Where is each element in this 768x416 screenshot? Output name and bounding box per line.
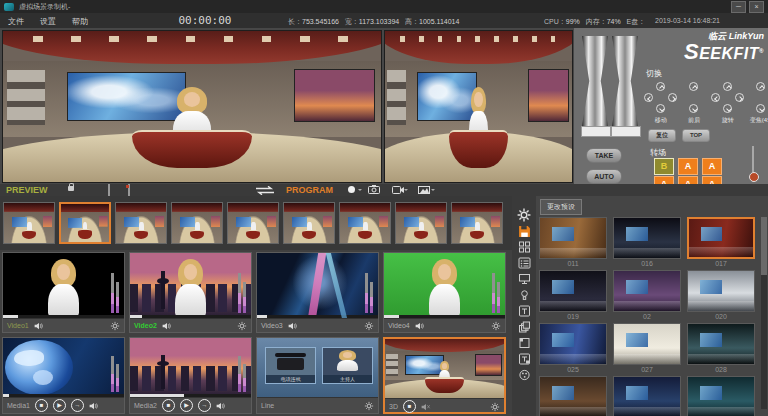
preset-item[interactable]: 027: [613, 323, 681, 374]
scene-thumb[interactable]: [283, 202, 335, 244]
next-button[interactable]: →: [71, 399, 84, 412]
media1-tile[interactable]: Media1 ■ ▶ →: [2, 337, 125, 414]
preset-item[interactable]: [613, 376, 681, 416]
speaker-icon[interactable]: [34, 322, 44, 330]
arrow-down-button[interactable]: [656, 104, 665, 113]
arrow-right-button[interactable]: [735, 93, 744, 102]
chevron-down-icon[interactable]: [431, 189, 435, 193]
speaker-icon[interactable]: [162, 322, 172, 330]
preset-item[interactable]: 019: [539, 270, 607, 321]
reset-button[interactable]: 复位: [648, 129, 676, 142]
preset-item[interactable]: [687, 376, 755, 416]
preset-item[interactable]: 020: [687, 270, 755, 321]
camera-icon[interactable]: [368, 185, 380, 194]
light-icon[interactable]: [516, 288, 533, 302]
scene-thumb[interactable]: [3, 202, 55, 244]
gear-icon[interactable]: [364, 321, 374, 331]
transition-tile[interactable]: B: [654, 158, 674, 175]
arrow-down-button[interactable]: [723, 104, 732, 113]
preset-item[interactable]: 011: [539, 217, 607, 268]
arrow-up-button[interactable]: [689, 82, 698, 91]
layers-icon[interactable]: [516, 320, 533, 334]
stop-button[interactable]: ■: [403, 400, 416, 413]
lock-icon[interactable]: [68, 186, 74, 191]
close-button[interactable]: ×: [749, 1, 764, 13]
scene-thumb-selected[interactable]: [59, 202, 111, 244]
arrow-up-button[interactable]: [756, 82, 765, 91]
media2-tile[interactable]: Media2 ■ ▶ →: [129, 337, 252, 414]
take-button[interactable]: TAKE: [586, 148, 622, 163]
change-preset-tab[interactable]: 更改预设: [540, 199, 582, 215]
gear-icon[interactable]: [491, 321, 501, 331]
next-button[interactable]: →: [198, 399, 211, 412]
chevron-down-icon[interactable]: [404, 189, 408, 193]
swap-icon[interactable]: [254, 186, 276, 195]
transition-speed-slider[interactable]: [752, 146, 754, 182]
playlist-icon[interactable]: [516, 256, 533, 270]
preset-item-selected[interactable]: 017: [687, 217, 755, 268]
video3-tile[interactable]: Video3: [256, 252, 379, 333]
play-button[interactable]: ▶: [180, 399, 193, 412]
arrow-down-button[interactable]: [756, 104, 765, 113]
menu-help[interactable]: 帮助: [72, 16, 88, 27]
speaker-icon[interactable]: [288, 322, 298, 330]
arrow-down-button[interactable]: [689, 104, 698, 113]
top-view-button[interactable]: TOP: [682, 129, 710, 142]
text-title-icon[interactable]: [516, 304, 533, 318]
scene-thumb[interactable]: [171, 202, 223, 244]
scene-thumb[interactable]: [395, 202, 447, 244]
image-export-icon[interactable]: [418, 186, 430, 194]
frame-icon[interactable]: [516, 336, 533, 350]
arrow-left-button[interactable]: [711, 93, 720, 102]
stop-button[interactable]: ■: [162, 399, 175, 412]
gear-icon[interactable]: [364, 401, 374, 411]
speaker-icon[interactable]: [89, 402, 99, 410]
threed-scene-tile[interactable]: 3D ■: [383, 337, 506, 414]
auto-button[interactable]: AUTO: [586, 169, 622, 184]
menu-file[interactable]: 文件: [8, 16, 24, 27]
gear-icon[interactable]: [110, 321, 120, 331]
chevron-down-icon[interactable]: [358, 189, 362, 193]
scene-thumb[interactable]: [227, 202, 279, 244]
arrow-left-button[interactable]: [644, 93, 653, 102]
video1-tile[interactable]: Video1: [2, 252, 125, 333]
preset-item[interactable]: 016: [613, 217, 681, 268]
grid-layout-icon[interactable]: [516, 240, 533, 254]
scene-thumb[interactable]: [115, 202, 167, 244]
subtitle-icon[interactable]: [516, 352, 533, 366]
arrow-right-button[interactable]: [668, 93, 677, 102]
sources-area: Video1 Video2: [0, 196, 768, 416]
minimize-button[interactable]: ─: [731, 1, 746, 13]
gallery-scrollbar[interactable]: [761, 217, 767, 409]
preset-item[interactable]: 028: [687, 323, 755, 374]
video4-tile[interactable]: Video4: [383, 252, 506, 333]
scene-thumb[interactable]: [451, 202, 503, 244]
line-tile[interactable]: 电话连线 主持人 Line: [256, 337, 379, 414]
speaker-muted-icon[interactable]: [421, 403, 431, 411]
stream-icon[interactable]: [392, 186, 404, 194]
preset-item[interactable]: 02: [613, 270, 681, 321]
slider-knob[interactable]: [749, 172, 759, 182]
preset-item[interactable]: [539, 376, 607, 416]
arrow-up-button[interactable]: [723, 82, 732, 91]
video2-tile[interactable]: Video2: [129, 252, 252, 333]
transition-tile[interactable]: A: [702, 158, 722, 175]
scene-thumb[interactable]: [339, 202, 391, 244]
gear-icon[interactable]: [490, 402, 500, 412]
monitor-icon[interactable]: [516, 272, 533, 286]
speaker-icon[interactable]: [415, 322, 425, 330]
tbar-fader[interactable]: [580, 34, 644, 138]
speaker-icon[interactable]: [216, 402, 226, 410]
gear-icon[interactable]: [237, 321, 247, 331]
stop-button[interactable]: ■: [35, 399, 48, 412]
preset-item[interactable]: 025: [539, 323, 607, 374]
record-icon[interactable]: [348, 186, 355, 193]
play-button[interactable]: ▶: [53, 399, 66, 412]
scrollbar-thumb[interactable]: [761, 217, 767, 275]
palette-icon[interactable]: [516, 368, 533, 382]
save-icon[interactable]: [516, 224, 533, 238]
arrow-up-button[interactable]: [656, 82, 665, 91]
menu-settings[interactable]: 设置: [40, 16, 56, 27]
transition-tile[interactable]: A: [678, 158, 698, 175]
settings-gear-icon[interactable]: [516, 208, 533, 222]
